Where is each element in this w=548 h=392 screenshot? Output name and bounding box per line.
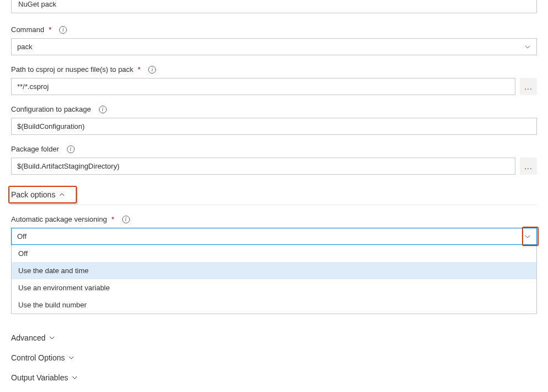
- info-icon[interactable]: i: [59, 26, 67, 34]
- dropdown-option[interactable]: Use the date and time: [12, 262, 536, 279]
- auto-versioning-value: Off: [17, 232, 27, 241]
- dropdown-option[interactable]: Use an environment variable: [12, 279, 536, 296]
- path-input[interactable]: [11, 78, 515, 95]
- config-input[interactable]: [11, 118, 537, 135]
- command-field-group: Command * i pack: [11, 25, 537, 55]
- chevron-down-icon: [524, 233, 531, 240]
- auto-versioning-select[interactable]: Off: [11, 228, 537, 245]
- path-label: Path to csproj or nuspec file(s) to pack: [11, 65, 133, 74]
- path-field-group: Path to csproj or nuspec file(s) to pack…: [11, 65, 537, 95]
- required-asterisk: *: [138, 65, 140, 74]
- package-folder-label-row: Package folder i: [11, 145, 537, 153]
- auto-versioning-options: OffUse the date and timeUse an environme…: [11, 245, 537, 314]
- info-icon[interactable]: i: [99, 106, 107, 113]
- command-label: Command: [11, 25, 44, 34]
- dropdown-option[interactable]: Use the build number: [12, 296, 536, 313]
- required-asterisk: *: [111, 215, 114, 223]
- display-name-input-partial[interactable]: NuGet pack: [11, 0, 537, 13]
- path-label-row: Path to csproj or nuspec file(s) to pack…: [11, 65, 537, 74]
- chevron-down-icon: [524, 44, 531, 50]
- command-label-row: Command * i: [11, 25, 537, 34]
- auto-versioning-label-row: Automatic package versioning * i: [11, 215, 537, 223]
- advanced-label: Advanced: [11, 333, 45, 342]
- info-icon[interactable]: i: [148, 66, 156, 74]
- command-select[interactable]: pack: [11, 38, 537, 55]
- output-variables-section-header[interactable]: Output Variables: [11, 368, 537, 388]
- auto-versioning-dropdown-wrapper: Off OffUse the date and timeUse an envir…: [11, 228, 537, 245]
- required-asterisk: *: [49, 25, 51, 34]
- package-folder-field-group: Package folder i ...: [11, 145, 537, 175]
- control-options-section-header[interactable]: Control Options: [11, 348, 537, 368]
- chevron-up-icon: [59, 191, 65, 198]
- package-folder-input[interactable]: [11, 158, 515, 175]
- info-icon[interactable]: i: [122, 216, 130, 223]
- browse-button[interactable]: ...: [520, 78, 537, 95]
- pack-options-section-header[interactable]: Pack options: [11, 185, 537, 205]
- chevron-down-icon: [49, 334, 55, 341]
- command-value: pack: [17, 43, 32, 51]
- package-folder-label: Package folder: [11, 145, 59, 153]
- chevron-down-icon: [71, 374, 78, 381]
- auto-versioning-label: Automatic package versioning: [11, 215, 107, 223]
- control-options-label: Control Options: [11, 353, 65, 362]
- chevron-down-icon: [68, 354, 75, 361]
- advanced-section-header[interactable]: Advanced: [11, 328, 537, 348]
- display-name-value: NuGet pack: [18, 0, 56, 8]
- config-label-row: Configuration to package i: [11, 105, 537, 113]
- config-label: Configuration to package: [11, 105, 91, 113]
- config-field-group: Configuration to package i: [11, 105, 537, 135]
- auto-versioning-field-group: Automatic package versioning * i Off Off…: [11, 215, 537, 245]
- pack-options-label: Pack options: [11, 190, 55, 199]
- dropdown-option[interactable]: Off: [12, 245, 536, 262]
- output-variables-label: Output Variables: [11, 373, 68, 382]
- browse-button[interactable]: ...: [520, 158, 537, 175]
- info-icon[interactable]: i: [67, 145, 75, 153]
